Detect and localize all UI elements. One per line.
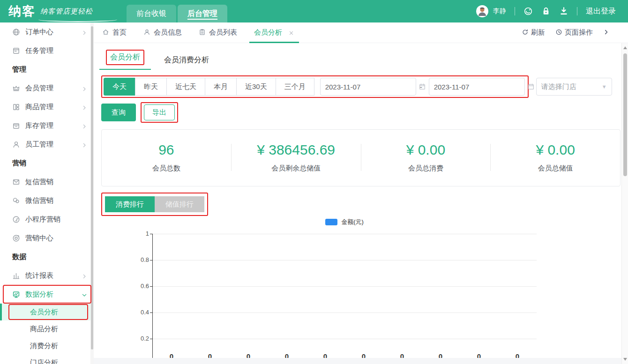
sidebar-item-goods-management[interactable]: 商品管理 bbox=[0, 97, 94, 116]
sidebar-item-miniprogram-marketing[interactable]: 小程序营销 bbox=[0, 210, 94, 229]
export-button[interactable]: 导出 bbox=[144, 104, 175, 120]
sidebar-item-label: 员工管理 bbox=[25, 140, 53, 149]
customer-service-icon[interactable] bbox=[523, 7, 533, 16]
main-scrollbar-thumb[interactable] bbox=[623, 53, 627, 176]
lock-icon[interactable] bbox=[541, 7, 551, 16]
close-tab-icon[interactable] bbox=[288, 30, 294, 36]
scrollbar-up-arrow-icon[interactable] bbox=[623, 46, 627, 49]
nav-tab-backend[interactable]: 后台管理 bbox=[178, 5, 227, 22]
y-tick-label: 0.4 bbox=[129, 309, 149, 316]
analysis-icon bbox=[12, 290, 20, 298]
scrollbar-down-arrow-icon[interactable] bbox=[623, 358, 627, 361]
sidebar-item-data-analysis[interactable]: 数据分析 bbox=[0, 285, 94, 304]
download-icon[interactable] bbox=[559, 7, 568, 16]
chevron-right-icon[interactable] bbox=[603, 29, 609, 37]
main-area: 首页 会员信息 会员列表 会员分析 刷新 bbox=[94, 22, 628, 364]
date-from-input[interactable] bbox=[320, 78, 416, 96]
chart-gridline bbox=[152, 339, 537, 339]
consumption-rank-tab[interactable]: 消费排行 bbox=[105, 196, 155, 212]
page-tab-member-list[interactable]: 会员列表 bbox=[199, 22, 237, 43]
list-icon bbox=[199, 29, 206, 37]
tab-label: 会员分析 bbox=[110, 53, 140, 61]
user-avatar[interactable] bbox=[476, 5, 488, 17]
sidebar-section-management: 管理 bbox=[0, 60, 94, 79]
y-tick-mark bbox=[150, 286, 152, 287]
page-tab-member-info[interactable]: 会员信息 bbox=[143, 22, 182, 43]
stored-value-rank-tab[interactable]: 储值排行 bbox=[155, 196, 204, 212]
sidebar-item-label: 会员管理 bbox=[25, 84, 53, 93]
app-window: 纳客 纳客管店更轻松 前台收银 后台管理 李静 bbox=[0, 0, 628, 364]
date-to-value[interactable] bbox=[434, 83, 527, 91]
tab-member-consumption-analysis[interactable]: 会员消费分析 bbox=[164, 55, 209, 70]
wechat-icon bbox=[12, 197, 20, 205]
brand-tagline: 纳客管店更轻松 bbox=[40, 7, 120, 16]
username[interactable]: 李静 bbox=[493, 7, 506, 15]
range-last30days-button[interactable]: 近30天 bbox=[236, 78, 276, 96]
nav-tab-frontdesk[interactable]: 前台收银 bbox=[127, 5, 176, 22]
sidebar-item-label: 短信营销 bbox=[25, 178, 53, 186]
stat-total-stored-value: ¥ 0.00 会员总储值 bbox=[491, 142, 620, 173]
sidebar-subitem-member-analysis[interactable]: 会员分析 bbox=[0, 304, 94, 320]
sidebar-item-sms-marketing[interactable]: 短信营销 bbox=[0, 172, 94, 191]
sidebar-subitem-goods-analysis[interactable]: 商品分析 bbox=[0, 320, 94, 337]
sidebar-item-marketing-center[interactable]: 营销中心 bbox=[0, 229, 94, 247]
chevron-right-icon bbox=[82, 123, 87, 128]
sidebar-item-label: 统计报表 bbox=[25, 271, 53, 280]
header-divider bbox=[577, 7, 577, 15]
inventory-icon bbox=[12, 122, 20, 130]
range-last7days-button[interactable]: 近七天 bbox=[166, 78, 205, 96]
y-tick-mark bbox=[150, 339, 152, 339]
query-button[interactable]: 查询 bbox=[101, 104, 136, 121]
calendar-icon bbox=[527, 83, 535, 90]
sidebar-subitem-consumption-analysis[interactable]: 消费分析 bbox=[0, 337, 94, 354]
content-panel: 会员分析 会员消费分析 今天 昨天 近七天 本月 近30天 三个月 bbox=[94, 43, 628, 364]
tagline-underline-swoosh bbox=[38, 17, 117, 22]
sidebar-item-inventory-management[interactable]: 库存管理 bbox=[0, 116, 94, 135]
page-tab-home[interactable]: 首页 bbox=[102, 22, 127, 43]
sidebar-item-member-management[interactable]: 会员管理 bbox=[0, 79, 94, 97]
stat-value: ¥ 0.00 bbox=[361, 142, 491, 158]
stat-value: 96 bbox=[102, 142, 231, 158]
sidebar-item-task-management[interactable]: 任务管理 bbox=[0, 41, 94, 60]
sidebar-section-marketing: 营销 bbox=[0, 154, 94, 172]
page-tab-member-analysis[interactable]: 会员分析 bbox=[254, 22, 294, 43]
store-select[interactable]: 请选择门店 ▼ bbox=[536, 78, 612, 96]
date-from-value[interactable] bbox=[325, 83, 419, 91]
chart-gridline bbox=[152, 286, 537, 287]
brand-logo-text: 纳客 bbox=[8, 4, 36, 18]
report-icon bbox=[12, 272, 20, 280]
sidebar-item-order-center[interactable]: 订单中心 bbox=[0, 22, 94, 41]
sidebar-scrollbar-thumb[interactable] bbox=[91, 26, 93, 349]
range-yesterday-button[interactable]: 昨天 bbox=[135, 78, 167, 96]
logout-button[interactable]: 退出登录 bbox=[586, 7, 616, 16]
sidebar-item-statistics-report[interactable]: 统计报表 bbox=[0, 266, 94, 285]
chart-gridline bbox=[152, 260, 537, 260]
main-scrollbar[interactable] bbox=[621, 43, 628, 364]
chart-gridline bbox=[152, 312, 537, 313]
stat-label: 会员剩余总储值 bbox=[232, 164, 361, 173]
sidebar-item-label: 数据分析 bbox=[25, 290, 53, 299]
date-to-input[interactable] bbox=[429, 78, 525, 96]
brand-logo: 纳客 bbox=[0, 3, 40, 20]
tab-member-analysis[interactable]: 会员分析 bbox=[106, 50, 144, 70]
action-row: 查询 导出 bbox=[101, 102, 621, 123]
sidebar-item-wechat-marketing[interactable]: 微信营销 bbox=[0, 191, 94, 210]
annotation-box: 今天 昨天 近七天 本月 近30天 三个月 - bbox=[101, 75, 529, 98]
chevron-right-icon bbox=[82, 29, 87, 35]
sidebar-subitem-store-analysis[interactable]: 门店分析 bbox=[0, 354, 94, 364]
page-operations-button[interactable]: 页面操作 bbox=[555, 28, 593, 37]
range-today-button[interactable]: 今天 bbox=[104, 78, 135, 96]
sidebar-scrollbar[interactable] bbox=[90, 22, 94, 364]
refresh-button[interactable]: 刷新 bbox=[522, 28, 545, 37]
bottom-clip-strip bbox=[94, 358, 621, 364]
y-tick-label: 0.8 bbox=[129, 256, 149, 263]
goods-icon bbox=[12, 103, 20, 111]
tasks-icon bbox=[12, 47, 20, 55]
store-select-placeholder: 请选择门店 bbox=[541, 82, 576, 91]
chart-legend[interactable]: 金额(元) bbox=[152, 218, 537, 226]
annotation-box: 导出 bbox=[141, 102, 178, 123]
sidebar-item-staff-management[interactable]: 员工管理 bbox=[0, 135, 94, 154]
range-thismonth-button[interactable]: 本月 bbox=[205, 78, 237, 96]
range-3months-button[interactable]: 三个月 bbox=[276, 78, 314, 96]
stat-value: ¥ 386456.69 bbox=[232, 142, 361, 158]
